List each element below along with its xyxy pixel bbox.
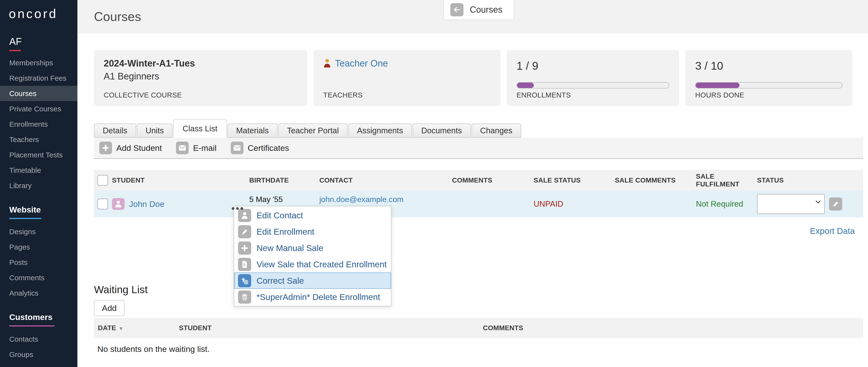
main-area: Courses Courses 2024-Winter-A1-Tues A1 B… bbox=[78, 0, 868, 354]
add-student-button[interactable]: Add Student bbox=[99, 142, 162, 154]
sidebar-item-placement-tests[interactable]: Placement Tests bbox=[0, 147, 78, 163]
sidebar-item-private-courses[interactable]: Private Courses bbox=[0, 101, 78, 116]
edit-status-button[interactable] bbox=[829, 197, 842, 210]
tab-details[interactable]: Details bbox=[94, 123, 136, 138]
sidebar-item-groups[interactable]: Groups bbox=[0, 347, 78, 362]
tab-class-list[interactable]: Class List bbox=[173, 119, 227, 138]
sale-fulfilment-cell: Not Required bbox=[692, 199, 753, 208]
enrollments-label: ENROLLMENTS bbox=[517, 91, 670, 99]
menu-label: Edit Enrollment bbox=[256, 227, 314, 236]
trash-icon bbox=[238, 290, 251, 304]
waiting-list-add-button[interactable]: Add bbox=[94, 300, 125, 316]
enrollments-card: 1 / 9 ENROLLMENTS bbox=[507, 50, 679, 106]
menu-item-delete-enrollment[interactable]: *SuperAdmin* Delete Enrollment bbox=[234, 289, 391, 305]
menu-item-edit-enrollment[interactable]: Edit Enrollment bbox=[234, 223, 391, 240]
tab-units[interactable]: Units bbox=[137, 123, 173, 138]
birthdate-cell: 5 May '55 bbox=[245, 191, 315, 204]
correct-sale-icon bbox=[238, 274, 251, 287]
teacher-link[interactable]: Teacher One bbox=[335, 58, 388, 69]
col-birthdate: BIRTHDATE bbox=[245, 176, 315, 184]
dot bbox=[236, 207, 239, 210]
sidebar-item-timetable[interactable]: Timetable bbox=[0, 163, 78, 178]
plus-icon bbox=[99, 142, 112, 154]
workspace-underline bbox=[9, 50, 21, 51]
menu-item-view-sale[interactable]: $ View Sale that Created Enrollment bbox=[234, 256, 391, 273]
course-type-label: COLLECTIVE COURSE bbox=[104, 91, 298, 99]
waiting-list-header: DATE▼ STUDENT COMMENTS bbox=[94, 318, 863, 338]
export-data-link[interactable]: Export Data bbox=[810, 226, 855, 236]
col-sale-status: SALE STATUS bbox=[530, 176, 611, 184]
sidebar-item-contacts[interactable]: Contacts bbox=[0, 332, 78, 347]
sale-document-icon: $ bbox=[238, 258, 251, 271]
email-button[interactable]: E-mail bbox=[176, 142, 216, 154]
certificates-button[interactable]: Certificates bbox=[231, 142, 289, 154]
status-cell bbox=[753, 194, 863, 214]
course-level: A1 Beginners bbox=[104, 71, 298, 82]
col-contact: CONTACT bbox=[315, 176, 448, 184]
contact-email-link[interactable]: john.doe@example.com bbox=[315, 191, 448, 204]
menu-item-correct-sale[interactable]: Correct Sale bbox=[234, 273, 391, 289]
tab-materials[interactable]: Materials bbox=[227, 123, 278, 138]
enrollments-value: 1 / 9 bbox=[517, 59, 670, 73]
hours-done-label: HOURS DONE bbox=[695, 91, 842, 99]
student-cell: John Doe bbox=[108, 198, 245, 210]
hours-progress-fill bbox=[696, 83, 740, 88]
class-list-header: STUDENT BIRTHDATE CONTACT COMMENTS SALE … bbox=[94, 170, 863, 191]
status-select-wrap bbox=[757, 194, 825, 214]
back-button-label: Courses bbox=[470, 5, 502, 15]
course-code: 2024-Winter-A1-Tues bbox=[104, 58, 298, 69]
sidebar-nav: Memberships Registration Fees Courses Pr… bbox=[0, 55, 78, 193]
enrollments-progress-fill bbox=[517, 83, 534, 88]
col-sale-fulfilment: SALE FULFILMENT bbox=[692, 172, 753, 188]
student-name-link[interactable]: John Doe bbox=[129, 199, 164, 209]
tab-changes[interactable]: Changes bbox=[471, 123, 521, 138]
row-checkbox[interactable] bbox=[97, 199, 108, 209]
certificates-label: Certificates bbox=[248, 143, 289, 153]
envelope-icon bbox=[231, 142, 243, 154]
sidebar-item-posts[interactable]: Posts bbox=[0, 255, 78, 270]
class-list-toolbar: Add Student E-mail Certificates bbox=[94, 138, 863, 159]
sidebar-item-teachers[interactable]: Teachers bbox=[0, 132, 78, 147]
col-comments: COMMENTS bbox=[448, 176, 530, 184]
person-icon bbox=[238, 209, 251, 222]
menu-label: View Sale that Created Enrollment bbox=[256, 259, 386, 269]
back-to-courses-button[interactable]: Courses bbox=[443, 0, 514, 20]
sidebar-item-enrollments[interactable]: Enrollments bbox=[0, 116, 78, 132]
menu-item-edit-contact[interactable]: Edit Contact bbox=[234, 207, 391, 223]
sidebar-item-pages[interactable]: Pages bbox=[0, 239, 78, 255]
menu-item-new-manual-sale[interactable]: New Manual Sale bbox=[234, 240, 391, 256]
tab-teacher-portal[interactable]: Teacher Portal bbox=[278, 123, 348, 138]
svg-text:$: $ bbox=[243, 262, 246, 266]
sidebar-item-comments[interactable]: Comments bbox=[0, 270, 78, 285]
sidebar-item-analytics[interactable]: Analytics bbox=[0, 285, 78, 301]
tab-documents[interactable]: Documents bbox=[412, 123, 471, 138]
arrow-left-icon bbox=[450, 3, 463, 16]
select-all-checkbox[interactable] bbox=[97, 175, 108, 186]
col-student: STUDENT bbox=[108, 176, 245, 184]
col-sale-comments: SALE COMMENTS bbox=[611, 176, 692, 184]
sidebar-item-memberships[interactable]: Memberships bbox=[0, 55, 78, 70]
menu-label: *SuperAdmin* Delete Enrollment bbox=[256, 292, 380, 302]
teachers-card: Teacher One TEACHERS bbox=[313, 50, 500, 106]
col-wl-comments: COMMENTS bbox=[479, 324, 863, 332]
teacher-person-icon bbox=[323, 58, 331, 69]
sort-desc-icon: ▼ bbox=[119, 326, 123, 331]
sidebar-item-designs[interactable]: Designs bbox=[0, 224, 78, 239]
tab-assignments[interactable]: Assignments bbox=[348, 123, 412, 138]
row-context-menu: Edit Contact Edit Enrollment New Manual … bbox=[234, 206, 392, 306]
menu-label: Edit Contact bbox=[256, 210, 303, 220]
sidebar-item-registration-fees[interactable]: Registration Fees bbox=[0, 70, 78, 86]
waiting-list-empty-message: No students on the waiting list. bbox=[94, 344, 863, 354]
add-student-label: Add Student bbox=[116, 143, 162, 153]
teacher-row: Teacher One bbox=[323, 58, 491, 69]
sidebar-item-courses[interactable]: Courses bbox=[0, 86, 78, 101]
col-date[interactable]: DATE▼ bbox=[94, 324, 175, 332]
student-row: John Doe 5 May '55 john.doe@example.com … bbox=[94, 191, 863, 217]
row-actions-menu-trigger[interactable] bbox=[232, 207, 243, 210]
enrollments-progress-track bbox=[517, 82, 670, 88]
sidebar-item-library[interactable]: Library bbox=[0, 178, 78, 193]
hours-done-value: 3 / 10 bbox=[695, 59, 842, 73]
dot bbox=[232, 207, 235, 210]
waiting-list-heading: Waiting List bbox=[94, 284, 863, 295]
status-select[interactable] bbox=[757, 194, 825, 214]
